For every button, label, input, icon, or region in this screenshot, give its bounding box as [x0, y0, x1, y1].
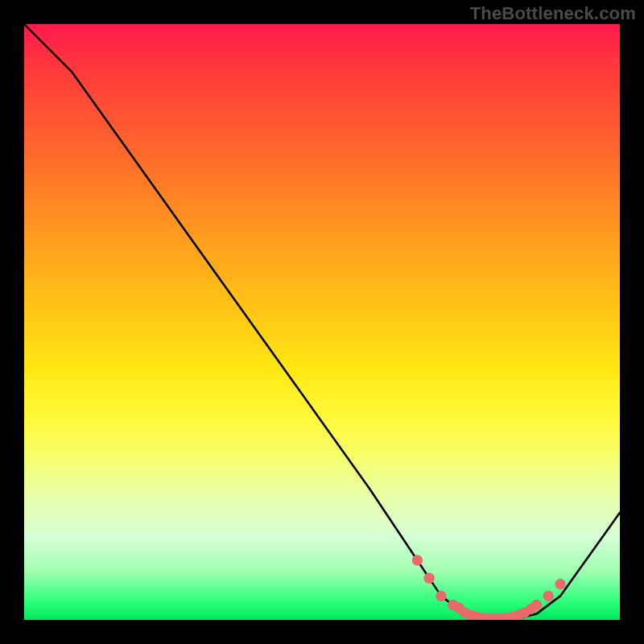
- bottleneck-curve: [24, 24, 620, 620]
- watermark-text: TheBottleneck.com: [470, 3, 636, 24]
- marker-point: [436, 591, 446, 601]
- plot-area: [24, 24, 620, 620]
- marker-point: [531, 600, 542, 610]
- marker-point: [424, 573, 435, 584]
- marker-point: [412, 555, 423, 565]
- chart-svg: [24, 24, 620, 620]
- marker-point: [555, 579, 565, 589]
- chart-frame: TheBottleneck.com: [0, 0, 644, 644]
- marker-point: [543, 591, 554, 601]
